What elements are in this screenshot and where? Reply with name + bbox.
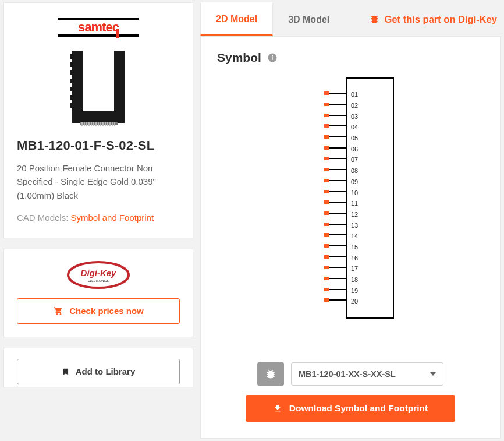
- pin: [324, 164, 346, 175]
- svg-rect-36: [371, 16, 372, 17]
- svg-rect-12: [70, 95, 73, 100]
- svg-rect-35: [372, 16, 377, 23]
- svg-rect-25: [105, 122, 106, 126]
- tab-3d-label: 3D Model: [288, 15, 329, 25]
- svg-text:ELECTRONICS: ELECTRONICS: [88, 279, 109, 283]
- svg-rect-6: [72, 111, 125, 123]
- svg-rect-3: [116, 29, 119, 38]
- pin-label: 17: [351, 263, 393, 274]
- pin: [324, 284, 346, 295]
- pin-column: [324, 77, 346, 319]
- svg-rect-5: [114, 51, 125, 121]
- svg-rect-27: [109, 122, 111, 126]
- pin-label: 02: [351, 100, 393, 111]
- bug-icon: [265, 368, 276, 380]
- pin-label: 05: [351, 133, 393, 144]
- pricing-card: Digi-Key ELECTRONICS Check prices now: [3, 249, 193, 337]
- select-row: MB1-120-01-XX-S-XX-SL: [257, 362, 443, 386]
- pin-label: 07: [351, 154, 393, 165]
- pin-label: 19: [351, 285, 393, 296]
- pin: [324, 175, 346, 186]
- add-to-library-label: Add to Library: [76, 366, 136, 376]
- svg-rect-9: [70, 70, 73, 75]
- pin: [324, 230, 346, 241]
- svg-rect-21: [95, 122, 97, 126]
- svg-rect-40: [377, 16, 378, 17]
- pin: [324, 295, 346, 306]
- pin: [324, 99, 346, 110]
- pin-label: 18: [351, 274, 393, 285]
- pin: [324, 197, 346, 208]
- svg-rect-38: [371, 20, 372, 20]
- pin: [324, 110, 346, 121]
- pin-label: 15: [351, 242, 393, 253]
- pin-label: 01: [351, 89, 393, 100]
- pin-label: 16: [351, 252, 393, 263]
- svg-rect-28: [112, 122, 113, 126]
- download-label: Download Symbol and Footprint: [289, 403, 428, 414]
- product-card: samtec: [3, 2, 193, 238]
- svg-rect-10: [70, 79, 73, 83]
- pin: [324, 218, 346, 230]
- pin-label: 14: [351, 231, 393, 242]
- pin: [324, 88, 346, 99]
- pin: [324, 262, 346, 273]
- svg-rect-37: [371, 18, 372, 19]
- right-column: 2D Model 3D Model Get this part on Digi-…: [200, 2, 501, 439]
- add-to-library-button[interactable]: Add to Library: [17, 359, 180, 384]
- svg-rect-43: [377, 21, 378, 22]
- pin-label: 20: [351, 296, 393, 307]
- symbol-diagram: 0102030405060708091011121314151617181920: [217, 75, 484, 358]
- part-name: MB1-120-01-F-S-02-SL: [17, 138, 180, 153]
- pin-label: 06: [351, 143, 393, 154]
- info-icon[interactable]: [267, 52, 278, 63]
- svg-rect-26: [107, 122, 108, 126]
- digikey-link-label: Get this part on Digi-Key: [385, 14, 497, 25]
- samtec-logo-icon: samtec: [58, 16, 139, 39]
- svg-rect-24: [102, 122, 104, 126]
- svg-rect-7: [70, 54, 73, 59]
- pin-label: 10: [351, 187, 393, 198]
- pin: [324, 186, 346, 197]
- svg-rect-42: [377, 20, 378, 20]
- pin-label: 03: [351, 111, 393, 122]
- svg-point-34: [60, 313, 62, 315]
- svg-rect-17: [86, 122, 87, 126]
- cad-models-link[interactable]: Symbol and Footprint: [71, 213, 154, 223]
- tab-2d-label: 2D Model: [216, 14, 257, 24]
- svg-rect-1: [58, 34, 139, 37]
- pin: [324, 121, 346, 132]
- viewer-panel: Symbol 010203040506070809101112131415161…: [200, 36, 501, 439]
- symbol-body: 0102030405060708091011121314151617181920: [346, 77, 394, 319]
- tab-2d-model[interactable]: 2D Model: [200, 2, 273, 36]
- download-icon: [273, 404, 282, 413]
- variant-select[interactable]: MB1-120-01-XX-S-XX-SL: [291, 362, 443, 386]
- svg-rect-15: [81, 122, 83, 126]
- svg-rect-11: [70, 87, 73, 91]
- pin-label: 13: [351, 220, 393, 231]
- tab-3d-model[interactable]: 3D Model: [273, 2, 345, 36]
- svg-point-46: [272, 55, 273, 57]
- svg-point-33: [56, 313, 58, 315]
- viewer-controls: MB1-120-01-XX-S-XX-SL Download Symbol an…: [217, 362, 484, 422]
- svg-rect-8: [70, 62, 73, 67]
- pin-label: 04: [351, 122, 393, 133]
- pin: [324, 208, 346, 219]
- cad-models-label: CAD Models:: [17, 213, 68, 223]
- report-bug-button[interactable]: [257, 362, 284, 386]
- symbol-wrap: 0102030405060708091011121314151617181920: [324, 77, 394, 319]
- page-layout: samtec: [0, 0, 504, 441]
- check-prices-button[interactable]: Check prices now: [17, 298, 180, 324]
- pin: [324, 153, 346, 164]
- download-button[interactable]: Download Symbol and Footprint: [246, 395, 455, 422]
- viewer-title-row: Symbol: [217, 51, 484, 65]
- digikey-logo: Digi-Key ELECTRONICS: [17, 260, 180, 290]
- svg-rect-45: [272, 57, 273, 60]
- svg-rect-23: [100, 122, 101, 126]
- svg-rect-19: [91, 122, 92, 126]
- product-image: [17, 43, 180, 130]
- pin: [324, 132, 346, 143]
- digikey-external-link[interactable]: Get this part on Digi-Key: [370, 2, 501, 36]
- viewer-title: Symbol: [217, 51, 261, 65]
- tab-spacer: [345, 2, 369, 36]
